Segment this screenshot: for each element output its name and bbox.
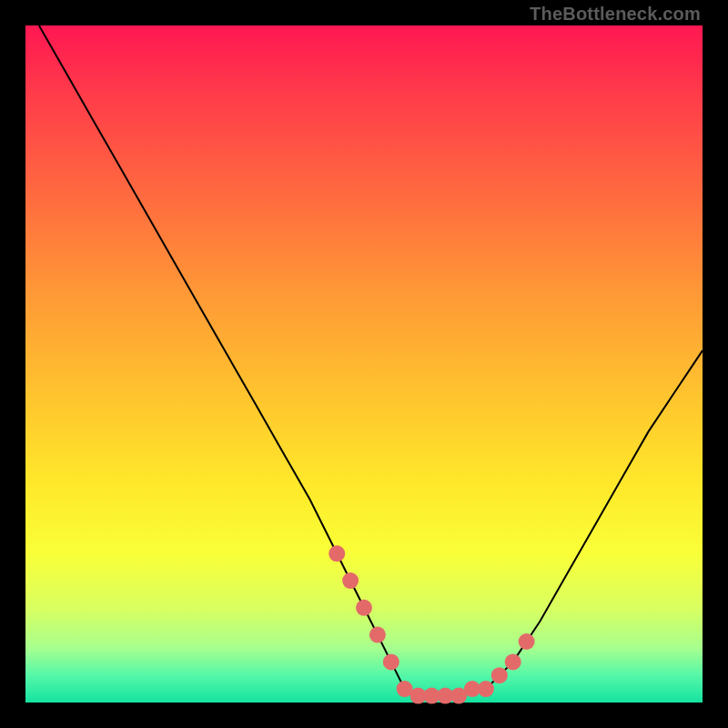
highlight-marker [329,545,345,561]
highlight-markers [329,545,534,703]
highlight-marker [369,627,386,643]
highlight-marker [356,600,372,616]
bottleneck-curve [39,25,703,696]
attribution-text: TheBottleneck.com [530,4,701,25]
chart-overlay [25,25,703,703]
highlight-marker [505,653,521,670]
highlight-marker [519,633,535,650]
highlight-marker [342,572,359,589]
chart-frame: TheBottleneck.com [0,0,728,728]
highlight-marker [383,653,399,670]
highlight-marker [478,681,494,697]
highlight-marker [491,667,508,683]
